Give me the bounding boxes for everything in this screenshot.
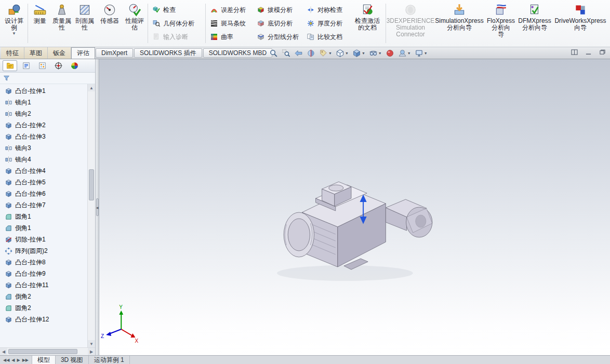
tree-item[interactable]: 圆角2: [0, 302, 87, 314]
simulationxpress-button[interactable]: SimulationXpress 分析向导: [433, 1, 485, 46]
scrollbar-thumb[interactable]: [89, 169, 94, 200]
window-minimize-icon[interactable]: [585, 49, 592, 56]
tree-item[interactable]: 凸台-拉伸2: [0, 119, 87, 131]
panel-splitter[interactable]: ◀: [96, 59, 99, 355]
tree-item[interactable]: 阵列(圆周)2: [0, 245, 87, 257]
parting-line-analysis-button[interactable]: 分型线分析: [254, 30, 304, 44]
display-style-button[interactable]: ▼: [351, 48, 366, 59]
chevron-down-icon: ▼: [328, 51, 332, 55]
window-split-icon[interactable]: [571, 49, 578, 56]
tree-item[interactable]: 凸台-拉伸7: [0, 199, 87, 211]
scrollbar-thumb[interactable]: [8, 349, 77, 354]
design-study-button[interactable]: 设计算 例 ▼: [2, 1, 26, 46]
tree-item[interactable]: 凸台-拉伸11: [0, 279, 87, 291]
model-tab[interactable]: 模型: [32, 356, 56, 364]
mirror-icon: [5, 110, 12, 118]
curvature-icon: [210, 33, 218, 41]
tree-item[interactable]: 凸台-拉伸8: [0, 257, 87, 268]
graphics-area[interactable]: Y X Z: [99, 59, 610, 355]
dimxpertmanager-tab[interactable]: [51, 60, 65, 71]
annotation-views-button[interactable]: ▼: [318, 48, 333, 59]
tree-item[interactable]: 镜向2: [0, 108, 87, 119]
section-view-button[interactable]: [306, 48, 316, 59]
undercut-analysis-button[interactable]: 底切分析: [254, 17, 304, 30]
threedexperience-connector-button[interactable]: 3DEXPERIENCE Simulation Connector: [388, 1, 433, 46]
tree-item[interactable]: 凸台-拉伸1: [0, 85, 87, 97]
splitter-grip-icon[interactable]: ◀: [96, 198, 99, 216]
tree-item[interactable]: 凸台-拉伸6: [0, 188, 87, 199]
tree-item[interactable]: 凸台-拉伸4: [0, 165, 87, 177]
tree-item[interactable]: 圆角1: [0, 211, 87, 222]
tab-evaluate[interactable]: 评估: [71, 47, 95, 59]
apply-scene-button[interactable]: ▼: [397, 48, 412, 59]
chevron-down-icon: ▼: [345, 51, 349, 55]
view-orientation-button[interactable]: ▼: [335, 48, 350, 59]
tab-solidworks-addins[interactable]: SOLIDWORKS 插件: [134, 48, 202, 58]
ribbon-separator: [148, 4, 148, 43]
check-button[interactable]: 检查: [150, 3, 204, 17]
import-diagnostics-button[interactable]: 输入诊断: [150, 30, 204, 44]
edit-appearance-button[interactable]: [384, 48, 395, 59]
motion-study-tab[interactable]: 运动算例 1: [89, 356, 130, 364]
hide-show-items-button[interactable]: ▼: [368, 48, 383, 59]
scroll-left-icon[interactable]: ◀: [0, 348, 7, 355]
next-tab-icon[interactable]: ▶: [17, 358, 20, 362]
draft-analysis-button[interactable]: 拔模分析: [254, 3, 304, 17]
dfmxpress-button[interactable]: DFMXpress 分析向导: [516, 1, 553, 46]
featuremanager-tree-tab[interactable]: [3, 60, 17, 71]
model-3d[interactable]: [99, 59, 610, 355]
tree-item[interactable]: 凸台-拉伸9: [0, 268, 87, 279]
scroll-right-icon[interactable]: ▶: [88, 348, 95, 355]
tree-item[interactable]: 镜向4: [0, 154, 87, 165]
driveworksxpress-icon: [574, 3, 587, 17]
window-restore-icon[interactable]: [599, 49, 606, 56]
zebra-stripes-button[interactable]: 斑马条纹: [207, 17, 254, 30]
section-view-icon: [307, 49, 315, 58]
tree-item[interactable]: 切除-拉伸1: [0, 234, 87, 245]
tree-item[interactable]: 凸台-拉伸5: [0, 177, 87, 188]
previous-tab-icon[interactable]: ◀: [11, 358, 15, 362]
boss-extrude-icon: [5, 281, 12, 289]
thickness-analysis-button[interactable]: 厚度分析: [304, 17, 351, 30]
tab-sheet-metal[interactable]: 钣金: [48, 47, 71, 59]
zebra-stripes-icon: [210, 19, 218, 28]
configurationmanager-tab[interactable]: [35, 60, 49, 71]
check-active-document-button[interactable]: 检查激活 的文档: [351, 1, 384, 46]
symmetry-check-button[interactable]: 对称检查: [304, 3, 351, 17]
tab-dimxpert[interactable]: DimXpert: [96, 48, 133, 58]
section-properties-button[interactable]: 剖面属 性: [73, 1, 96, 46]
tab-features[interactable]: 特征: [1, 47, 24, 59]
tree-item[interactable]: 凸台-拉伸12: [0, 314, 87, 325]
3d-views-tab[interactable]: 3D 视图: [56, 356, 89, 364]
displaymanager-tab[interactable]: [67, 60, 82, 71]
last-tab-icon[interactable]: ▶▶: [22, 358, 29, 362]
tab-sketch[interactable]: 草图: [24, 47, 48, 59]
zoom-area-button[interactable]: [281, 48, 291, 59]
tree-item[interactable]: 镜向3: [0, 142, 87, 154]
tree-item[interactable]: 镜向1: [0, 97, 87, 108]
tree-item[interactable]: 凸台-拉伸3: [0, 131, 87, 142]
scroll-up-icon[interactable]: ▲: [88, 84, 95, 91]
tree-item[interactable]: 倒角2: [0, 291, 87, 302]
filter-funnel-icon[interactable]: [3, 74, 10, 82]
geometry-analysis-button[interactable]: 几何体分析: [150, 17, 204, 30]
sensor-button[interactable]: 传感器: [96, 1, 123, 46]
tab-solidworks-mbd[interactable]: SOLIDWORKS MBD: [203, 48, 272, 58]
zoom-fit-button[interactable]: [268, 48, 279, 59]
mass-properties-button[interactable]: 质量属 性: [50, 1, 73, 46]
measure-button[interactable]: 测量: [30, 1, 50, 46]
propertymanager-tab[interactable]: [19, 60, 33, 71]
view-settings-button[interactable]: ▼: [414, 48, 429, 59]
floxpress-button[interactable]: FloXpress 分析向 导: [485, 1, 516, 46]
scroll-down-icon[interactable]: ▼: [88, 340, 95, 347]
tree-vertical-scrollbar[interactable]: ▲ ▼: [87, 84, 95, 347]
deviation-analysis-button[interactable]: 误差分析: [207, 3, 254, 17]
tree-horizontal-scrollbar[interactable]: ◀ ▶: [0, 347, 95, 355]
performance-evaluation-button[interactable]: 性能评 估: [123, 1, 146, 46]
driveworksxpress-button[interactable]: DriveWorksXpress 向导: [553, 1, 608, 46]
tree-item[interactable]: 倒角1: [0, 222, 87, 234]
compare-documents-button[interactable]: 比较文档: [304, 30, 351, 44]
curvature-button[interactable]: 曲率: [207, 30, 254, 44]
first-tab-icon[interactable]: ◀◀: [3, 358, 9, 362]
previous-view-button[interactable]: [293, 48, 304, 59]
